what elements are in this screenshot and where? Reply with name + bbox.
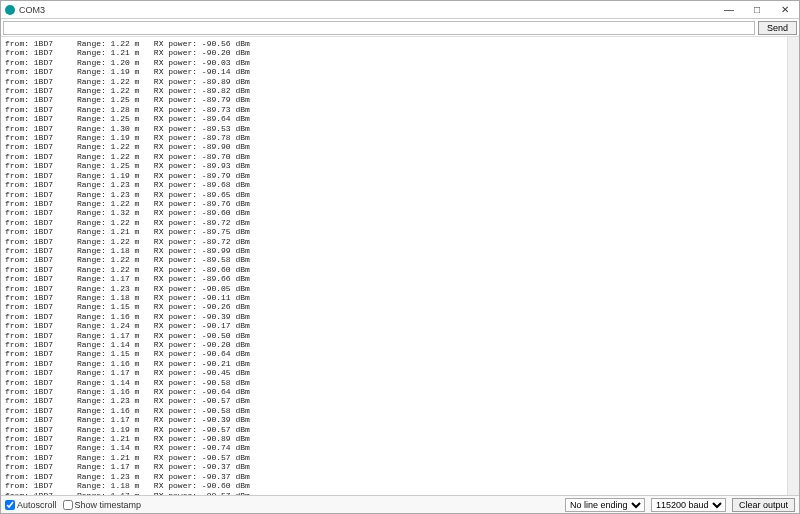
maximize-button[interactable]: □ [743, 1, 771, 19]
autoscroll-checkbox[interactable] [5, 500, 15, 510]
timestamp-label: Show timestamp [75, 500, 142, 510]
console-output: from: 1BD7 Range: 1.22 m RX power: -90.5… [1, 37, 799, 495]
close-button[interactable]: ✕ [771, 1, 799, 19]
serial-monitor-window: COM3 — □ ✕ Send from: 1BD7 Range: 1.22 m… [0, 0, 800, 514]
autoscroll-label: Autoscroll [17, 500, 57, 510]
autoscroll-option[interactable]: Autoscroll [5, 500, 57, 510]
console-lines: from: 1BD7 Range: 1.22 m RX power: -90.5… [5, 39, 795, 495]
window-title: COM3 [19, 5, 45, 15]
send-input[interactable] [3, 21, 755, 35]
send-row: Send [1, 19, 799, 37]
line-ending-select[interactable]: No line ending [565, 498, 645, 512]
footer: Autoscroll Show timestamp No line ending… [1, 495, 799, 513]
timestamp-checkbox[interactable] [63, 500, 73, 510]
send-button[interactable]: Send [758, 21, 797, 35]
timestamp-option[interactable]: Show timestamp [63, 500, 142, 510]
baud-select[interactable]: 115200 baud [651, 498, 726, 512]
minimize-button[interactable]: — [715, 1, 743, 19]
app-icon [5, 5, 15, 15]
clear-output-button[interactable]: Clear output [732, 498, 795, 512]
scrollbar[interactable] [787, 37, 799, 495]
titlebar: COM3 — □ ✕ [1, 1, 799, 19]
